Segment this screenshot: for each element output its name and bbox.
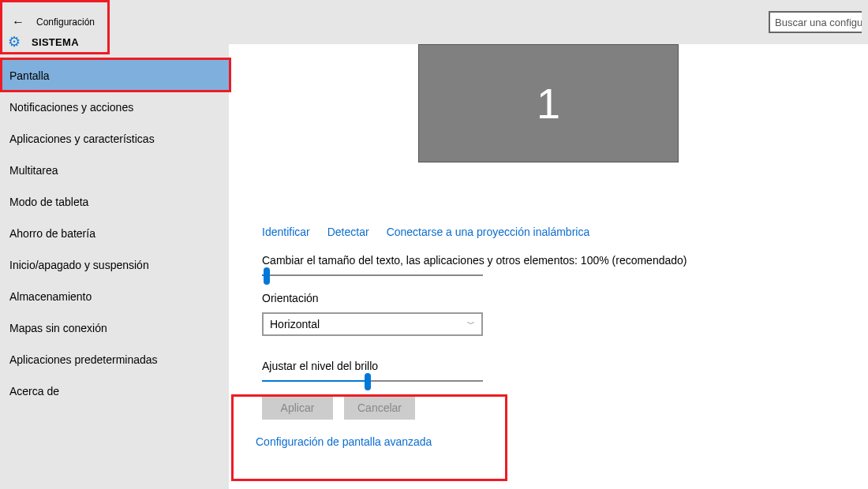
main-panel: 1 Identificar Detectar Conectarse a una … — [229, 44, 868, 489]
sidebar-item-notificaciones[interactable]: Notificaciones y acciones — [0, 91, 229, 123]
section-title: SISTEMA — [32, 36, 79, 48]
orientation-setting: Orientación Horizontal ﹀ — [262, 292, 849, 336]
sidebar-item-acerca[interactable]: Acerca de — [0, 375, 229, 407]
brightness-slider-thumb[interactable] — [365, 373, 371, 390]
brightness-label: Ajustar el nivel del brillo — [262, 360, 849, 372]
apply-button[interactable]: Aplicar — [262, 396, 333, 420]
sidebar-item-inicio[interactable]: Inicio/apagado y suspensión — [0, 249, 229, 281]
monitor-preview-1[interactable]: 1 — [418, 44, 679, 162]
detect-link[interactable]: Detectar — [327, 226, 369, 238]
header-title: Configuración — [36, 17, 95, 28]
advanced-display-link[interactable]: Configuración de pantalla avanzada — [256, 435, 849, 448]
brightness-setting: Ajustar el nivel del brillo Aplicar Canc… — [262, 360, 849, 420]
scale-label: Cambiar el tamaño del texto, las aplicac… — [262, 254, 849, 267]
identify-link[interactable]: Identificar — [262, 226, 310, 238]
sidebar: Pantalla Notificaciones y acciones Aplic… — [0, 44, 229, 489]
brightness-slider[interactable] — [262, 380, 483, 382]
section-header: ⚙ SISTEMA — [0, 28, 229, 55]
display-links-row: Identificar Detectar Conectarse a una pr… — [262, 226, 849, 238]
orientation-value: Horizontal — [270, 318, 320, 330]
search-input[interactable]: Buscar una configu — [769, 11, 862, 33]
gear-icon: ⚙ — [8, 33, 21, 50]
sidebar-item-aplicaciones[interactable]: Aplicaciones y características — [0, 123, 229, 155]
scale-setting: Cambiar el tamaño del texto, las aplicac… — [262, 254, 849, 276]
orientation-label: Orientación — [262, 292, 849, 304]
cancel-button[interactable]: Cancelar — [344, 396, 415, 420]
wireless-projection-link[interactable]: Conectarse a una proyección inalámbrica — [387, 226, 590, 238]
sidebar-item-pantalla[interactable]: Pantalla — [0, 60, 229, 91]
sidebar-item-predeterminadas[interactable]: Aplicaciones predeterminadas — [0, 344, 229, 375]
sidebar-item-tableta[interactable]: Modo de tableta — [0, 186, 229, 218]
sidebar-item-bateria[interactable]: Ahorro de batería — [0, 218, 229, 249]
sidebar-item-multitarea[interactable]: Multitarea — [0, 155, 229, 186]
sidebar-item-mapas[interactable]: Mapas sin conexión — [0, 312, 229, 344]
chevron-down-icon: ﹀ — [467, 319, 475, 330]
scale-slider-thumb[interactable] — [264, 267, 270, 285]
scale-slider[interactable] — [262, 274, 483, 276]
sidebar-item-almacenamiento[interactable]: Almacenamiento — [0, 281, 229, 312]
orientation-dropdown[interactable]: Horizontal ﹀ — [262, 312, 483, 336]
